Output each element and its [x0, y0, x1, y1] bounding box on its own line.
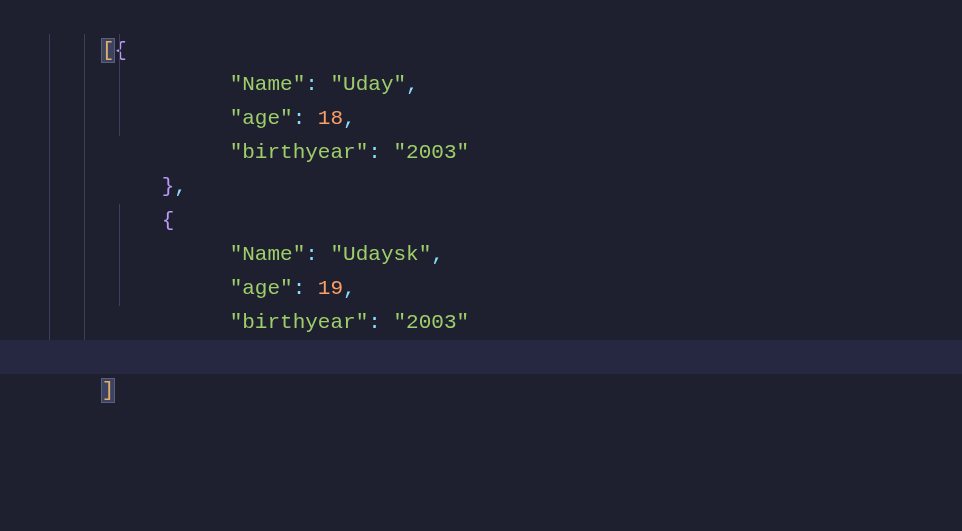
indent-guide — [49, 34, 50, 68]
indent-guide — [119, 238, 120, 272]
code-line[interactable]: [{ — [0, 0, 962, 34]
code-line[interactable]: "age": 18, — [0, 68, 962, 102]
indent-guide — [84, 204, 85, 238]
indent-guide — [84, 170, 85, 204]
indent-guide — [119, 102, 120, 136]
code-line[interactable]: } — [0, 306, 962, 340]
indent-guide — [49, 68, 50, 102]
code-editor[interactable]: [{ "Name": "Uday", "age": 18, "birthyear… — [0, 0, 962, 374]
indent-guide — [84, 238, 85, 272]
indent-guide — [49, 204, 50, 238]
indent-guide — [84, 306, 85, 340]
indent-guide — [119, 68, 120, 102]
indent-guide — [49, 238, 50, 272]
indent-guide — [49, 170, 50, 204]
indent-guide — [84, 34, 85, 68]
code-line[interactable]: "age": 19, — [0, 238, 962, 272]
code-line[interactable]: }, — [0, 136, 962, 170]
code-line[interactable]: "birthyear": "2003" — [0, 102, 962, 136]
indent-guide — [49, 306, 50, 340]
indent-guide — [49, 102, 50, 136]
code-line[interactable]: "birthyear": "2003" — [0, 272, 962, 306]
indent-guide — [84, 136, 85, 170]
code-line[interactable]: "Name": "Udaysk", — [0, 204, 962, 238]
code-line-active[interactable]: ] — [0, 340, 962, 374]
indent-guide — [84, 68, 85, 102]
indent-guide — [119, 272, 120, 306]
indent-guide — [84, 272, 85, 306]
indent-guide — [119, 204, 120, 238]
close-bracket: ] — [102, 379, 115, 402]
indent-guide — [84, 102, 85, 136]
code-line[interactable]: "Name": "Uday", — [0, 34, 962, 68]
indent-guide — [49, 136, 50, 170]
indent-guide — [49, 272, 50, 306]
indent-guide — [119, 34, 120, 68]
code-line[interactable]: { — [0, 170, 962, 204]
